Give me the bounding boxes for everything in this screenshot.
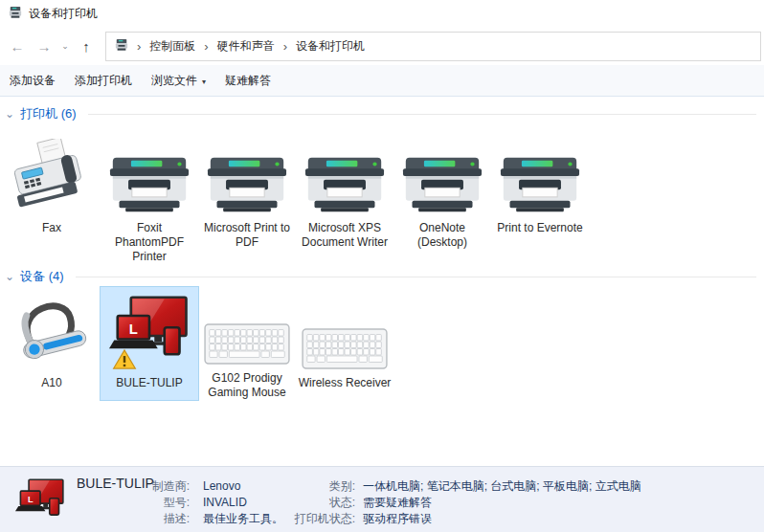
keyboard-icon [302,291,388,371]
breadcrumb-separator-icon: › [135,39,143,54]
tile-fax[interactable]: Fax [3,128,101,264]
tile-g102-prodigy-gaming-mouse[interactable]: G102 Prodigy Gaming Mouse [198,287,296,400]
printer-icon [400,132,484,216]
devices-red-icon: L [109,291,190,371]
details-pane: L BULE-TULIP 制造商:Lenovo 型号:INVALID 描述:最佳… [0,466,764,532]
tile-label: Fax [42,221,61,235]
keyboard-icon [204,291,290,366]
warning-icon [112,348,137,374]
collapse-chevron-icon[interactable]: ⌄ [5,109,14,119]
description-value: 最佳业务工具。 [203,512,283,525]
tile-label: OneNote (Desktop) [396,221,489,250]
window-titlebar: 设备和打印机 [0,0,764,27]
up-icon[interactable]: ↑ [73,38,100,55]
description-label: 描述: [105,511,190,527]
printer-icon [9,6,22,22]
dropdown-arrow-icon: ▾ [202,78,206,86]
breadcrumb-control-panel[interactable]: 控制面板 [149,38,195,55]
tile-print-to-evernote[interactable]: Print to Evernote [491,128,589,264]
command-toolbar: 添加设备 添加打印机 浏览文件 ▾ 疑难解答 [0,65,764,97]
devices-grid: A10 L BULE-TULIP G102 Prodigy Gaming Mou… [3,287,764,400]
category-value: 一体机电脑; 笔记本电脑; 台式电脑; 平板电脑; 立式电脑 [363,479,641,493]
address-bar[interactable]: › 控制面板 › 硬件和声音 › 设备和打印机 [105,32,761,61]
navigation-bar: ← → ⌄ ↑ › 控制面板 › 硬件和声音 › 设备和打印机 [0,27,764,65]
model-value: INVALID [203,496,247,509]
printer-status-value: 驱动程序错误 [363,512,432,525]
svg-text:L: L [129,321,138,337]
status-label: 状态: [273,495,355,511]
history-dropdown-icon[interactable]: ⌄ [57,41,73,51]
section-divider [88,114,756,115]
printer-icon [115,38,128,55]
devices-section-label: 设备 (4) [20,268,64,285]
tile-label: Wireless Receiver [299,376,392,390]
breadcrumb-separator-icon: › [202,39,210,54]
manufacturer-value: Lenovo [203,479,240,493]
status-value: 需要疑难解答 [363,496,432,509]
window-title: 设备和打印机 [29,6,98,22]
tile-microsoft-print-to-pdf[interactable]: Microsoft Print to PDF [198,128,296,264]
printers-section-header[interactable]: ⌄ 打印机 (6) [5,105,756,122]
printer-icon [107,132,191,216]
tile-label: Microsoft XPS Document Writer [299,221,392,250]
tile-label: Print to Evernote [497,221,582,235]
add-device-button[interactable]: 添加设备 [0,65,65,96]
nav-buttons: ← → ⌄ ↑ [0,38,100,55]
tile-label: Microsoft Print to PDF [201,221,294,250]
tile-a10[interactable]: A10 [3,287,101,400]
printer-icon [205,132,289,216]
fax-icon [11,132,93,216]
devices-section-header[interactable]: ⌄ 设备 (4) [5,268,756,285]
breadcrumb-devices-printers[interactable]: 设备和打印机 [296,38,365,55]
tile-wireless-receiver[interactable]: Wireless Receiver [296,287,393,400]
collapse-chevron-icon[interactable]: ⌄ [5,272,14,281]
breadcrumb-hardware-sound[interactable]: 硬件和声音 [217,38,275,55]
tile-bule-tulip[interactable]: L BULE-TULIP [101,287,198,400]
add-printer-button[interactable]: 添加打印机 [65,65,142,96]
tile-microsoft-xps-document-writer[interactable]: Microsoft XPS Document Writer [296,128,393,264]
printer-status-label: 打印机状态: [273,511,355,527]
back-icon[interactable]: ← [4,38,31,55]
svg-text:L: L [28,495,34,504]
section-divider [76,277,756,277]
troubleshoot-button[interactable]: 疑难解答 [215,65,281,96]
browse-files-button[interactable]: 浏览文件 ▾ [142,65,215,96]
model-label: 型号: [105,495,190,511]
forward-icon[interactable]: → [31,38,57,55]
manufacturer-label: 制造商: [105,478,190,495]
details-left-fields: 制造商:Lenovo 型号:INVALID 描述:最佳业务工具。 [105,478,283,527]
devices-red-icon: L [15,478,65,528]
breadcrumb-separator-icon: › [281,39,289,54]
printers-grid: Fax Foxit PhantomPDF Printer Microsoft P… [3,128,764,264]
tile-label: Foxit PhantomPDF Printer [103,221,196,264]
tile-label: G102 Prodigy Gaming Mouse [201,371,294,400]
tile-label: A10 [41,376,61,390]
tile-label: BULE-TULIP [116,376,182,390]
category-label: 类别: [273,478,355,495]
headset-icon [11,291,92,371]
details-right-fields: 类别:一体机电脑; 笔记本电脑; 台式电脑; 平板电脑; 立式电脑 状态:需要疑… [273,478,641,527]
printer-icon [303,132,387,216]
printer-icon [498,132,582,216]
tile-foxit-phantompdf-printer[interactable]: Foxit PhantomPDF Printer [101,128,198,264]
tile-onenote-desktop[interactable]: OneNote (Desktop) [393,128,491,264]
printers-section-label: 打印机 (6) [20,105,77,122]
